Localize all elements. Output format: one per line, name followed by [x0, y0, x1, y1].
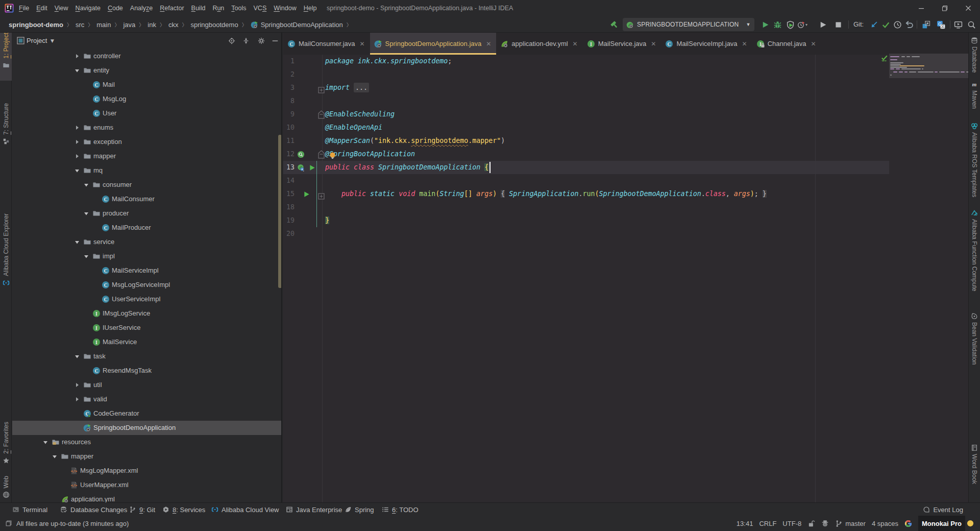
springboot-gutter-icon[interactable]: e	[297, 163, 305, 172]
tree-item-controller[interactable]: controller	[12, 49, 282, 63]
read-only-toggle[interactable]	[807, 520, 815, 527]
project-panel-title[interactable]: Project	[27, 33, 47, 49]
tree-item-mailservice[interactable]: IMailService	[12, 335, 282, 349]
tool-stripe-alibaba-function-compute[interactable]: Alibaba Function Compute	[969, 209, 980, 297]
tree-item-entity[interactable]: entity	[12, 63, 282, 78]
close-tab-icon[interactable]: ✕	[486, 41, 491, 47]
editor-tab-application-dev-yml[interactable]: application-dev.yml✕	[496, 33, 582, 55]
tree-item-springbootdemoapplication[interactable]: SpringbootDemoApplication	[12, 421, 282, 435]
git-update-button[interactable]	[869, 19, 879, 30]
event-log-button[interactable]: Event Log	[923, 503, 963, 516]
menu-edit[interactable]: Edit	[33, 5, 51, 12]
tool-stripe-7-structure[interactable]: 7: Structure	[0, 103, 12, 152]
tool-stripe-alibaba-cloud-explorer[interactable]: Alibaba Cloud Explorer	[0, 213, 12, 296]
tree-collapsed-icon[interactable]	[75, 139, 80, 144]
tree-item-iuserservice[interactable]: IIUserService	[12, 321, 282, 335]
tool-stripe-bean-validation[interactable]: Bean Validation	[969, 312, 980, 373]
menu-run[interactable]: Run	[209, 5, 228, 12]
breadcrumb-item[interactable]: springboot-demo	[9, 21, 63, 29]
menu-refactor[interactable]: Refactor	[156, 5, 187, 12]
minimize-button[interactable]	[910, 0, 933, 16]
rollback-button[interactable]	[904, 19, 914, 30]
tool-stripe-database-changes[interactable]: Database Changes	[60, 503, 127, 516]
tree-item-consumer[interactable]: consumer	[12, 178, 282, 192]
tree-item-enums[interactable]: enums	[12, 120, 282, 135]
tree-item-mailserviceimpl[interactable]: CMailServiceImpl	[12, 263, 282, 278]
tool-stripe-8-services[interactable]: 8: Services	[162, 503, 205, 516]
run-button[interactable]	[760, 19, 770, 30]
tree-scrollbar[interactable]	[278, 135, 282, 288]
color-scheme[interactable]: Monokai Pro	[918, 516, 965, 531]
tree-expanded-icon[interactable]	[43, 440, 48, 445]
profiler-button[interactable]: ▾	[797, 19, 807, 30]
tool-stripe-database[interactable]: Database	[969, 37, 980, 79]
tool-stripe-6-todo[interactable]: 6: TODO	[382, 503, 419, 516]
tree-expanded-icon[interactable]	[84, 211, 89, 216]
tree-item-impl[interactable]: impl	[12, 249, 282, 263]
menu-tools[interactable]: Tools	[228, 5, 250, 12]
menu-window[interactable]: Window	[270, 5, 300, 12]
run-icon[interactable]	[302, 190, 310, 198]
tool-stripe-word-book[interactable]: Word Book	[969, 444, 980, 490]
tool-stripe-alibaba-ros-templates[interactable]: Alibaba ROS Templates	[969, 123, 980, 198]
tree-item-task[interactable]: task	[12, 349, 282, 364]
tree-item-msglog[interactable]: CMsgLog	[12, 92, 282, 106]
tree-item-usermapper-xml[interactable]: </>UserMapper.xml	[12, 478, 282, 492]
encoding[interactable]: UTF-8	[782, 520, 801, 527]
close-tab-icon[interactable]: ✕	[651, 41, 656, 47]
settings-button[interactable]	[257, 37, 265, 45]
menu-file[interactable]: File	[15, 5, 33, 12]
run-with-coverage-button[interactable]	[785, 19, 795, 30]
tree-expanded-icon[interactable]	[75, 354, 80, 359]
breadcrumb-item[interactable]: SpringbootDemoApplication	[251, 21, 343, 29]
tree-item-exception[interactable]: exception	[12, 135, 282, 149]
collapse-all-button[interactable]	[242, 37, 250, 45]
tree-expanded-icon[interactable]	[84, 182, 89, 187]
line-separator[interactable]: CRLF	[759, 520, 776, 527]
translate-button[interactable]: G文	[936, 19, 946, 30]
tree-expanded-icon[interactable]	[75, 68, 80, 73]
locate-file-button[interactable]	[228, 37, 236, 45]
breadcrumb-item[interactable]: java	[123, 21, 135, 29]
menu-analyze[interactable]: Analyze	[127, 5, 156, 12]
close-tab-icon[interactable]: ✕	[573, 41, 578, 47]
intention-bulb-icon[interactable]	[329, 152, 336, 161]
menu-vcs[interactable]: VCS	[250, 5, 271, 12]
cloud-deploy-button[interactable]	[921, 19, 931, 30]
tree-item-msglogmapper-xml[interactable]: </>MsgLogMapper.xml	[12, 464, 282, 478]
presentation-button[interactable]	[953, 19, 963, 30]
caret-position[interactable]: 13:41	[737, 520, 753, 527]
privacy-agent[interactable]	[821, 520, 829, 527]
menu-view[interactable]: View	[51, 5, 72, 12]
tree-item-mailproducer[interactable]: CMailProducer	[12, 221, 282, 235]
intellij-logo-icon[interactable]	[5, 4, 14, 13]
menu-navigate[interactable]: Navigate	[72, 5, 104, 12]
menu-help[interactable]: Help	[300, 5, 321, 12]
tool-stripe-java-enterprise[interactable]: Java Enterprise	[286, 503, 342, 516]
tree-item-application-yml[interactable]: application.yml	[12, 492, 282, 502]
menu-build[interactable]: Build	[188, 5, 209, 12]
menu-code[interactable]: Code	[104, 5, 127, 12]
debug-button[interactable]	[772, 19, 782, 30]
tree-collapsed-icon[interactable]	[75, 54, 80, 59]
tool-stripe-9-git[interactable]: 9: Git	[129, 503, 155, 516]
hide-button[interactable]	[271, 37, 279, 45]
tree-collapsed-icon[interactable]	[75, 125, 80, 130]
run-icon[interactable]	[308, 163, 316, 172]
close-button[interactable]	[957, 0, 980, 16]
stop-button[interactable]	[833, 19, 843, 30]
tree-item-mapper[interactable]: mapper	[12, 149, 282, 163]
indent[interactable]: 4 spaces	[872, 520, 898, 527]
tool-stripe-maven[interactable]: mMaven	[969, 81, 980, 113]
tool-stripe-web[interactable]: Web	[0, 476, 12, 502]
tree-collapsed-icon[interactable]	[75, 397, 80, 402]
notification-dot[interactable]	[967, 520, 974, 527]
breadcrumb-item[interactable]: ckx	[168, 21, 179, 29]
run-attach-button[interactable]	[818, 19, 828, 30]
tool-stripe-alibaba-cloud-view[interactable]: Alibaba Cloud View	[211, 503, 279, 516]
tree-collapsed-icon[interactable]	[75, 154, 80, 159]
minimap[interactable]	[889, 55, 968, 502]
close-tab-icon[interactable]: ✕	[360, 41, 365, 47]
tree-item-service[interactable]: service	[12, 235, 282, 249]
code-editor[interactable]: 1package ink.ckx.springbootdemo;23import…	[283, 55, 968, 502]
